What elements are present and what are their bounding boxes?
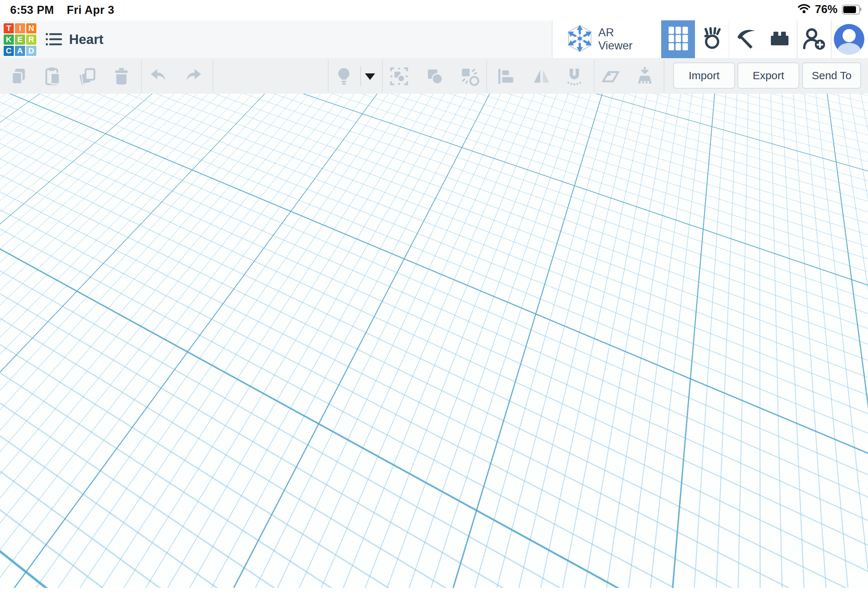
design-title[interactable]: Heart (69, 32, 104, 47)
undo-icon[interactable] (148, 66, 169, 87)
workplane-icon[interactable] (600, 66, 621, 87)
touch-indicator (6, 507, 83, 583)
logo-tile: A (15, 46, 25, 56)
import-label: Import (688, 70, 719, 82)
share-add-user-button[interactable] (797, 20, 831, 58)
export-button[interactable]: Export (738, 62, 799, 89)
logo-tile: E (15, 34, 25, 45)
home-view-button[interactable] (8, 181, 41, 214)
snap-grid-label: Snap Grid (722, 563, 776, 577)
grid-blocks-icon (668, 26, 689, 53)
zoom-out-button[interactable] (8, 304, 41, 336)
ar-viewer-button[interactable]: AR Viewer (566, 24, 648, 55)
logo-tile: K (4, 34, 14, 45)
expand-panel-tab[interactable] (851, 318, 868, 362)
send-to-label: Send To (812, 70, 852, 82)
home-indicator-area (0, 588, 868, 606)
paste-icon[interactable] (43, 66, 63, 87)
logo-tile: C (4, 46, 14, 56)
menu-icon[interactable] (44, 31, 63, 48)
clock-time: 6:53 PM (10, 4, 54, 16)
show-all-icon[interactable] (334, 66, 354, 87)
battery-icon (842, 5, 860, 14)
battery-percent: 76% (815, 3, 837, 16)
zoom-in-button[interactable] (8, 263, 41, 296)
align-icon[interactable] (496, 66, 516, 87)
select-group-icon[interactable] (389, 66, 409, 87)
group-icon[interactable] (425, 66, 445, 87)
fit-view-button[interactable] (8, 222, 41, 255)
magnet-icon[interactable] (564, 66, 584, 87)
caret-up-icon (840, 567, 848, 572)
clock-date: Fri Apr 3 (67, 4, 115, 16)
logo-tile: T (4, 23, 14, 33)
header-right-section: AR Viewer (552, 20, 868, 58)
pickaxe-icon (734, 26, 758, 52)
design-canvas[interactable]: M TOP FRONT RIGHT Settings Snap Grid (0, 94, 868, 588)
edit-toolbar: Import Export Send To (0, 58, 868, 94)
lego-brick-icon (768, 26, 792, 52)
ruler-icon[interactable] (635, 66, 655, 87)
snap-grid-dropdown[interactable]: 1.0 mm (786, 558, 856, 581)
wifi-icon (797, 4, 811, 15)
logo-tile: R (26, 34, 36, 45)
export-label: Export (753, 70, 784, 82)
brick-export-button[interactable] (763, 20, 797, 58)
sim-lab-icon (700, 26, 724, 52)
snap-grid-value: 1.0 mm (796, 563, 836, 576)
settings-label: Settings (805, 532, 848, 546)
status-bar: 6:53 PM Fri Apr 3 76% (0, 0, 868, 20)
ungroup-icon[interactable] (459, 66, 480, 87)
perspective-toggle-button[interactable] (8, 345, 41, 377)
logo-tile: D (26, 46, 36, 56)
chevron-left-icon (854, 332, 866, 348)
person-add-icon (801, 26, 827, 53)
ar-viewer-label: AR Viewer (598, 26, 648, 52)
delete-icon[interactable] (111, 66, 132, 87)
blocks-view-button[interactable] (661, 20, 695, 58)
header: T I N K E R C A D Heart (0, 20, 868, 58)
settings-button[interactable]: Settings (797, 527, 856, 550)
import-button[interactable]: Import (673, 62, 735, 89)
user-avatar[interactable] (834, 24, 864, 54)
copy-icon[interactable] (9, 66, 29, 87)
mirror-icon[interactable] (532, 66, 552, 87)
sim-lab-button[interactable] (695, 20, 729, 58)
redo-icon[interactable] (183, 66, 203, 87)
logo-tile: N (26, 23, 36, 33)
tinkercad-logo-icon[interactable]: T I N K E R C A D (3, 23, 37, 57)
duplicate-icon[interactable] (77, 66, 98, 87)
logo-tile: I (15, 23, 25, 33)
show-all-dropdown-caret[interactable] (365, 73, 375, 80)
minecraft-export-button[interactable] (729, 20, 763, 58)
avatar-body (837, 43, 861, 54)
ar-cube-icon (566, 24, 593, 55)
heart-model[interactable]: M (0, 94, 868, 588)
avatar-head (843, 29, 856, 42)
send-to-button[interactable]: Send To (802, 62, 861, 89)
